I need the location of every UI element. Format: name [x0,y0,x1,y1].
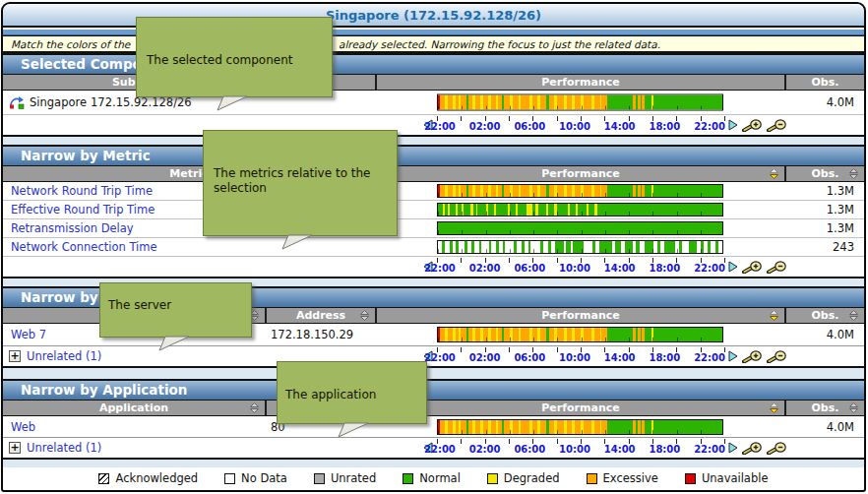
application-link[interactable]: Web [11,420,35,434]
axis-tick-label: 14:00 [604,263,636,274]
tooltip-application: The application [277,361,427,424]
column-header-performance[interactable]: Performance [377,308,786,323]
metric-link[interactable]: Effective Round Trip Time [11,203,155,216]
column-header-performance[interactable]: Performance [377,166,786,181]
legend-item: Normal [403,471,461,485]
sort-icon[interactable] [848,310,859,321]
zoom-out-icon[interactable] [767,119,788,132]
performance-bar [437,419,723,435]
column-header-application[interactable]: Application [3,401,267,415]
sort-icon[interactable] [359,310,370,321]
column-label: Obs. [812,401,839,414]
axis-tick-label: 22:00 [424,121,456,132]
column-header-obs[interactable]: Obs. [786,166,864,181]
column-header-performance[interactable]: Performance [377,401,786,415]
metric-row: Effective Round Trip Time 1.3M [3,201,864,219]
next-period-icon[interactable] [728,261,738,273]
section-title: Narrow by Application [3,381,864,401]
metric-name-cell: Network Round Trip Time [3,184,153,198]
obs-value: 1.3M [827,221,854,235]
time-axis: 22:0002:0006:0010:0014:0018:0022:00 [3,438,864,458]
sort-icon[interactable] [848,402,859,413]
axis-tick-label: 06:00 [514,263,545,274]
section-title: Narrow by Metric [3,147,864,166]
metric-row: Network Connection Time 243 [3,238,864,257]
component-row: Singapore 172.15.92.128/26 4.0M [3,91,864,115]
sort-icon[interactable] [249,402,260,413]
zoom-out-icon[interactable] [767,442,788,455]
normal-swatch-icon [403,473,413,484]
zoom-in-icon[interactable] [742,119,764,132]
sort-icon[interactable] [848,168,859,179]
column-header-row: Metric Performance Obs. [3,166,864,182]
server-link[interactable]: Web 7 [11,328,46,341]
component-address: 172.15.92.128/26 [87,95,192,109]
metric-name-cell: Network Connection Time [3,240,157,254]
column-header-performance: Performance [377,75,786,90]
axis-tick-label: 18:00 [649,352,680,363]
tooltip-tail [155,336,191,351]
performance-bar [437,184,723,198]
legend-label: Unrated [331,471,376,485]
tooltip-tail [335,422,370,438]
info-text-left: Match the colors of the [11,37,130,52]
column-header-row: Application Performance Obs. [3,401,864,416]
tooltip-selected-component: The selected component [136,17,333,97]
unrelated-row: Unrelated (1) 22:0002:0006:0010:0014:001… [3,346,864,366]
time-axis-row: 22:0002:0006:0010:0014:0018:0022:00 [3,115,864,135]
column-label: Obs. [812,167,839,180]
info-text-right: already selected. Narrowing the focus to… [339,37,660,52]
application-row: Web 80 4.0M [3,416,864,438]
address-value: 172.18.150.29 [271,328,353,341]
application-name-cell: Web [3,420,267,434]
sort-desc-icon[interactable] [769,168,779,179]
performance-bar [437,221,723,235]
metric-link[interactable]: Network Connection Time [11,240,157,254]
column-header-address[interactable]: Address [267,308,377,323]
performance-bar [437,203,723,216]
sort-desc-icon[interactable] [769,402,779,413]
axis-tick-label: 22:00 [694,263,725,274]
axis-tick-label: 02:00 [469,444,501,455]
metric-link[interactable]: Retransmission Delay [11,221,134,235]
zoom-in-icon[interactable] [742,442,764,455]
column-header-obs[interactable]: Obs. [786,401,864,415]
axis-tick-label: 06:00 [514,121,545,132]
axis-tick-label: 06:00 [514,444,545,455]
unrelated-row: Unrelated (1) 22:0002:0006:0010:0014:001… [3,438,864,458]
narrow-by-application-section: Narrow by Application Application Perfor… [3,379,864,460]
unavailable-swatch-icon [685,473,696,484]
degraded-swatch-icon [487,473,498,484]
next-period-icon[interactable] [728,350,738,362]
axis-tick-label: 02:00 [469,263,501,274]
axis-labels: 22:0002:0006:0010:0014:0018:0022:00 [424,121,725,132]
axis-tick-label: 10:00 [559,121,590,132]
sort-desc-icon[interactable] [769,310,779,321]
component-name-cell: Singapore [3,95,87,109]
zoom-in-icon[interactable] [742,261,764,274]
excessive-swatch-icon [587,473,597,484]
zoom-out-icon[interactable] [767,261,788,274]
section-gap [3,460,864,467]
legend-item: Degraded [487,471,560,485]
column-label: Performance [541,309,619,322]
tooltip-text: The metrics relative to the selection [214,166,370,195]
obs-value: 4.0M [827,95,854,109]
zoom-out-icon[interactable] [767,350,788,363]
tooltip-metrics: The metrics relative to the selection [203,130,398,236]
legend-label: No Data [241,471,287,485]
legend-item: Acknowledged [98,471,198,485]
section-title: Selected Component [3,55,864,75]
zoom-in-icon[interactable] [742,350,764,363]
axis-tick-label: 22:00 [424,444,456,455]
axis-tick-label: 22:00 [694,352,725,363]
axis-tick-label: 22:00 [694,444,725,455]
component-name: Singapore [30,95,87,109]
metric-name-cell: Retransmission Delay [3,221,134,235]
legend-label: Unavailable [702,471,769,485]
column-label: Performance [541,167,619,180]
metric-link[interactable]: Network Round Trip Time [11,184,153,198]
next-period-icon[interactable] [728,442,738,454]
column-header-obs[interactable]: Obs. [786,308,864,323]
next-period-icon[interactable] [728,119,738,131]
